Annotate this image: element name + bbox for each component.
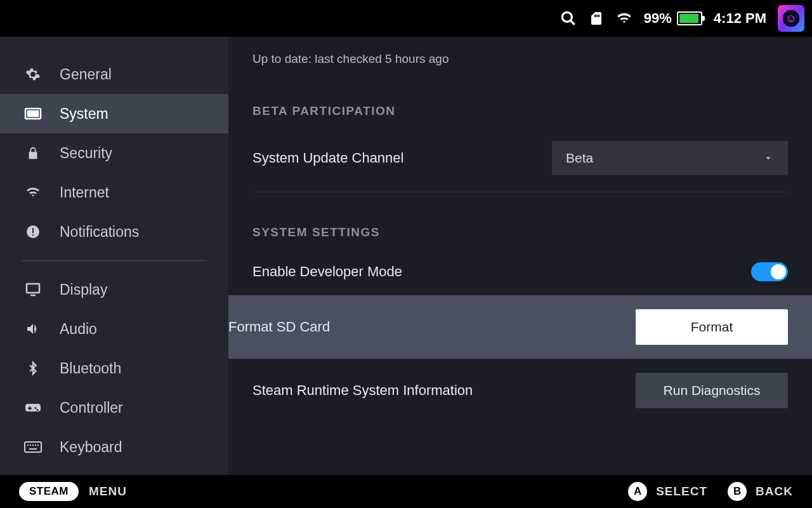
sidebar-item-display[interactable]: Display xyxy=(0,270,228,309)
lock-icon xyxy=(24,144,42,162)
a-button-label: SELECT xyxy=(656,485,707,498)
svg-line-1 xyxy=(570,20,575,25)
runtime-info-label: Steam Runtime System Information xyxy=(252,382,473,399)
footer-bar: STEAM MENU A SELECT B BACK xyxy=(0,475,812,508)
sidebar-item-bluetooth[interactable]: Bluetooth xyxy=(0,349,228,388)
sidebar-item-keyboard[interactable]: Keyboard xyxy=(0,427,228,467)
steam-button[interactable]: STEAM xyxy=(19,482,79,501)
console-icon xyxy=(24,105,42,123)
svg-rect-6 xyxy=(32,234,34,236)
sidebar-item-label: Bluetooth xyxy=(60,360,121,377)
sidebar-item-label: General xyxy=(60,66,112,83)
divider xyxy=(252,192,788,192)
sidebar-item-notifications[interactable]: Notifications xyxy=(0,212,228,251)
sidebar-item-label: System xyxy=(60,105,108,123)
battery-percent: 99% xyxy=(644,10,672,27)
update-channel-dropdown[interactable]: Beta xyxy=(552,141,788,175)
format-sd-label: Format SD Card xyxy=(228,319,330,335)
sidebar-item-label: Notifications xyxy=(60,224,139,241)
sidebar-item-label: Audio xyxy=(60,321,97,338)
chevron-down-icon xyxy=(763,152,774,164)
menu-label: MENU xyxy=(89,485,127,498)
sidebar-item-label: Display xyxy=(60,281,107,298)
sidebar-item-system[interactable]: System xyxy=(0,94,228,133)
settings-content: Up to date: last checked 5 hours ago BET… xyxy=(228,37,812,475)
row-developer-mode: Enable Developer Mode xyxy=(252,248,788,295)
developer-mode-toggle[interactable] xyxy=(751,262,788,281)
keyboard-icon xyxy=(24,438,42,456)
volume-icon xyxy=(24,320,42,338)
gamepad-icon xyxy=(24,399,42,417)
alert-icon xyxy=(24,223,42,241)
update-status: Up to date: last checked 5 hours ago xyxy=(252,37,788,71)
top-bar: 99% 4:12 PM ☺ xyxy=(0,0,812,37)
b-button-icon: B xyxy=(728,482,747,501)
wifi-icon[interactable] xyxy=(616,10,632,27)
section-system-settings: SYSTEM SETTINGS xyxy=(252,225,788,239)
sidebar-item-audio[interactable]: Audio xyxy=(0,309,228,349)
dropdown-value: Beta xyxy=(566,150,593,166)
svg-rect-5 xyxy=(32,228,34,233)
run-diagnostics-button[interactable]: Run Diagnostics xyxy=(636,373,788,408)
a-button-icon: A xyxy=(628,482,647,501)
sidebar-item-internet[interactable]: Internet xyxy=(0,173,228,212)
sidebar-item-label: Keyboard xyxy=(60,439,122,456)
sd-card-icon[interactable] xyxy=(588,10,605,27)
monitor-icon xyxy=(24,281,42,298)
battery-status: 99% xyxy=(644,10,702,27)
row-runtime-info: Steam Runtime System Information Run Dia… xyxy=(252,359,788,422)
row-format-sd-card[interactable]: Format SD Card Format xyxy=(228,295,812,359)
svg-rect-9 xyxy=(25,442,41,452)
format-button[interactable]: Format xyxy=(636,309,788,345)
svg-rect-7 xyxy=(27,284,39,293)
sidebar-item-label: Controller xyxy=(60,399,123,417)
battery-icon xyxy=(677,11,702,25)
sidebar-item-general[interactable]: General xyxy=(0,55,228,94)
developer-mode-label: Enable Developer Mode xyxy=(252,264,402,280)
settings-sidebar: General System Security Internet Notific… xyxy=(0,37,228,475)
sidebar-item-label: Security xyxy=(60,145,112,162)
avatar[interactable]: ☺ xyxy=(778,5,804,32)
clock: 4:12 PM xyxy=(714,10,766,27)
section-beta-participation: BETA PARTICIPATION xyxy=(252,104,788,118)
bluetooth-icon xyxy=(24,359,42,377)
sidebar-item-controller[interactable]: Controller xyxy=(0,388,228,427)
search-icon[interactable] xyxy=(560,10,577,27)
gear-icon xyxy=(24,65,42,83)
sidebar-item-security[interactable]: Security xyxy=(0,133,228,173)
sidebar-item-label: Internet xyxy=(60,184,109,201)
row-update-channel: System Update Channel Beta xyxy=(252,127,788,189)
update-channel-label: System Update Channel xyxy=(252,150,403,166)
svg-point-0 xyxy=(562,12,572,22)
sidebar-separator xyxy=(22,260,207,261)
signal-icon xyxy=(24,184,42,201)
b-button-label: BACK xyxy=(756,485,793,498)
svg-rect-3 xyxy=(28,111,38,116)
